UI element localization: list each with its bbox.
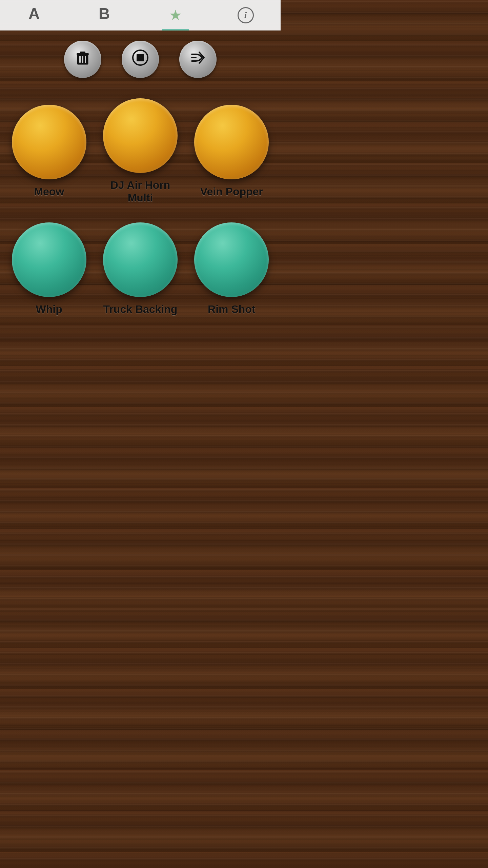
delete-button[interactable]: [64, 41, 101, 78]
sound-button-whip[interactable]: [12, 222, 86, 297]
svg-rect-4: [80, 52, 85, 54]
sound-label-vein-popper: Vein Popper: [200, 185, 263, 198]
b-icon: B: [97, 5, 114, 25]
sound-button-vein-popper[interactable]: [194, 105, 269, 179]
stop-icon: [131, 49, 149, 70]
sound-label-dj-air-horn: DJ Air Horn Multi: [98, 179, 182, 204]
sound-label-whip: Whip: [36, 303, 62, 316]
svg-rect-6: [82, 56, 83, 63]
sound-cell-truck-backing[interactable]: Truck Backing: [95, 216, 186, 324]
sound-cell-vein-popper[interactable]: Vein Popper: [186, 92, 277, 212]
svg-rect-9: [137, 54, 144, 61]
tab-b[interactable]: B: [92, 0, 119, 31]
trash-icon: [74, 49, 92, 70]
sound-button-truck-backing[interactable]: [103, 222, 178, 297]
sound-button-dj-air-horn[interactable]: [103, 98, 178, 173]
svg-text:A: A: [28, 5, 39, 22]
sound-cell-meow[interactable]: Meow: [3, 92, 95, 212]
a-icon: A: [27, 5, 43, 25]
toolbar: [0, 31, 281, 85]
sound-label-meow: Meow: [34, 185, 64, 198]
sound-button-meow[interactable]: [12, 105, 86, 179]
sound-label-rim-shot: Rim Shot: [208, 303, 255, 316]
sound-label-truck-backing: Truck Backing: [103, 303, 178, 316]
svg-rect-5: [79, 56, 81, 63]
svg-rect-7: [85, 56, 86, 63]
info-icon: i: [238, 7, 254, 23]
sound-cell-rim-shot[interactable]: Rim Shot: [186, 216, 277, 324]
stop-button[interactable]: [122, 41, 159, 78]
star-icon: ★: [169, 7, 182, 23]
sound-grid: Meow DJ Air Horn Multi Vein Popper Whip …: [0, 85, 281, 331]
shuffle-button[interactable]: [179, 41, 217, 78]
svg-text:B: B: [99, 5, 110, 22]
tab-info[interactable]: i: [232, 0, 259, 31]
shuffle-icon: [189, 49, 207, 70]
sound-cell-whip[interactable]: Whip: [3, 216, 95, 324]
tab-a[interactable]: A: [22, 0, 49, 31]
tab-favorites[interactable]: ★: [162, 0, 189, 31]
top-navigation: A B ★ i: [0, 0, 281, 31]
sound-button-rim-shot[interactable]: [194, 222, 269, 297]
sound-cell-dj-air-horn[interactable]: DJ Air Horn Multi: [95, 92, 186, 212]
